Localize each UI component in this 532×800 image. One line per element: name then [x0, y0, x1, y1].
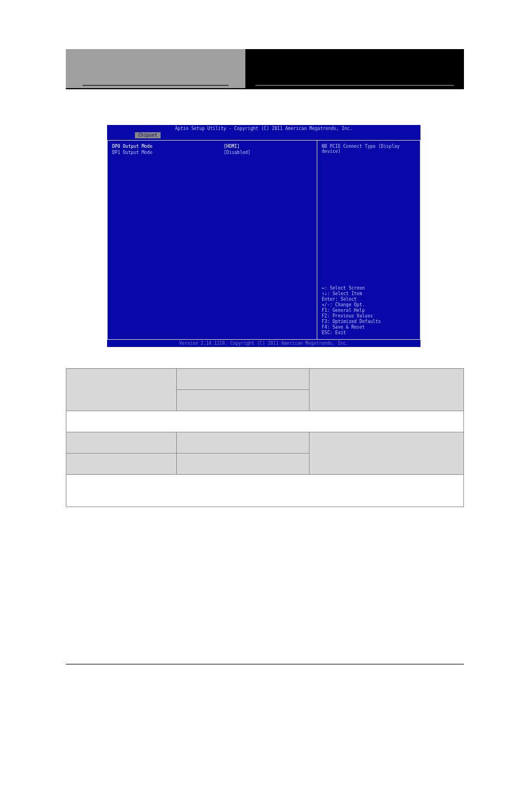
bios-help-keys: ↔: Select Screen ↑↓: Select Item Enter: …: [322, 286, 415, 336]
help-key-line: F3: Optimized Defaults: [322, 319, 415, 324]
bios-screenshot: Aptio Setup Utility - Copyright (C) 2011…: [107, 125, 420, 350]
footer-rule: [66, 664, 464, 664]
setting-label: DP0 Output Mode: [112, 144, 224, 149]
table-cell: [309, 432, 464, 475]
table-cell: [309, 369, 464, 411]
header-gray-section: [66, 49, 245, 89]
bios-title: Aptio Setup Utility - Copyright (C) 2011…: [107, 125, 420, 132]
bios-settings-pane: DP0 Output Mode [HDMI] DP1 Output Mode […: [107, 140, 317, 340]
table-cell: [177, 432, 309, 454]
help-key-line: ESC: Exit: [322, 330, 415, 335]
help-key-line: +/-: Change Opt.: [322, 302, 415, 307]
table-cell: [66, 475, 464, 507]
bios-help-pane: NB PCIE Connect Type (Display device) ↔:…: [317, 140, 420, 340]
help-key-line: F1: General Help: [322, 308, 415, 313]
setting-row[interactable]: DP1 Output Mode [Disabled]: [112, 150, 312, 155]
table-cell: [66, 454, 177, 475]
header-black-section: [245, 49, 464, 89]
table-cell: [177, 454, 309, 475]
table-cell: [177, 390, 309, 411]
bios-tab-bar: Chipset: [107, 132, 420, 140]
bios-help-description: NB PCIE Connect Type (Display device): [322, 144, 415, 154]
table-cell: [177, 369, 309, 390]
setting-row[interactable]: DP0 Output Mode [HDMI]: [112, 144, 312, 149]
bios-footer: Version 2.14.1219. Copyright (C) 2011 Am…: [107, 340, 420, 347]
help-key-line: Enter: Select: [322, 297, 415, 302]
setting-label: DP1 Output Mode: [112, 150, 224, 155]
help-key-line: F4: Save & Reset: [322, 325, 415, 330]
help-key-line: ↑↓: Select Item: [322, 291, 415, 296]
bios-body: DP0 Output Mode [HDMI] DP1 Output Mode […: [107, 140, 420, 340]
setting-value[interactable]: [HDMI]: [224, 144, 240, 149]
table-cell: [66, 432, 177, 454]
setting-value[interactable]: [Disabled]: [224, 150, 250, 155]
help-key-line: F2: Previous Values: [322, 314, 415, 319]
help-key-line: ↔: Select Screen: [322, 286, 415, 291]
table-cell: [66, 411, 464, 432]
info-table: [66, 368, 464, 507]
tab-chipset[interactable]: Chipset: [135, 132, 161, 138]
table-cell: [66, 369, 177, 411]
page-header: [66, 49, 464, 89]
